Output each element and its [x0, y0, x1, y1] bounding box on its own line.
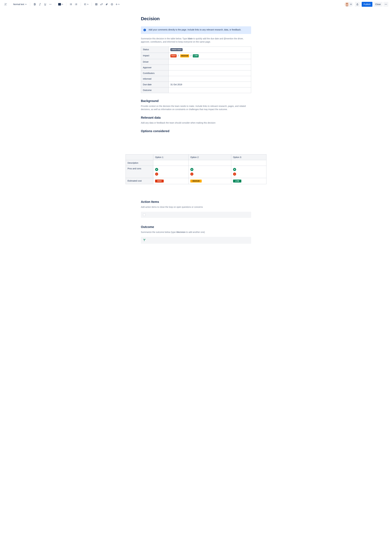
row-header-due[interactable]: Due date [141, 82, 168, 87]
table-row: Status UNDECIDED [141, 47, 251, 53]
row-header-cost[interactable]: Estimated cost [126, 178, 153, 184]
svg-text:3: 3 [75, 5, 75, 5]
col-option-1[interactable]: Option 1: [153, 154, 188, 160]
cell-due[interactable]: 31 Oct 2019 [168, 82, 251, 87]
row-header-approver[interactable]: Approver [141, 65, 168, 70]
more-actions-button[interactable] [383, 2, 388, 7]
cost-medium-lozenge[interactable]: MEDIUM [190, 180, 202, 182]
background-body[interactable]: Provide context on the decision the team… [141, 105, 251, 111]
row-header-informed[interactable]: Informed [141, 76, 168, 82]
align-left-icon [84, 3, 86, 5]
cell-outcome[interactable] [168, 87, 251, 93]
cell-desc-1[interactable] [153, 160, 188, 166]
table-button[interactable] [94, 2, 99, 7]
insert-button[interactable] [115, 2, 121, 7]
cost-high-lozenge[interactable]: HIGH [155, 180, 164, 182]
row-header-pros-cons[interactable]: Pros and cons [126, 166, 153, 178]
info-panel-text: Add your comments directly to the page. … [149, 28, 241, 31]
cost-low-lozenge[interactable]: LOW [233, 180, 241, 182]
add-collaborator-button[interactable] [349, 2, 353, 6]
emoji-button[interactable] [109, 2, 114, 7]
avatar[interactable] [345, 2, 349, 6]
cell-contributors[interactable] [168, 70, 251, 76]
alignment-button[interactable] [83, 2, 89, 7]
summary-table[interactable]: Status UNDECIDED Impact HIGH / MEDIUM / … [141, 46, 251, 93]
cell-desc-2[interactable] [188, 160, 231, 166]
impact-medium-lozenge[interactable]: MEDIUM [180, 54, 189, 57]
svg-point-3 [70, 4, 70, 4]
bold-button[interactable] [32, 2, 37, 7]
task-checkbox[interactable] [143, 214, 145, 216]
cell-status[interactable]: UNDECIDED [168, 47, 251, 53]
cell-desc-3[interactable] [231, 160, 266, 166]
more-formatting-button[interactable] [48, 2, 53, 7]
heading-action-items[interactable]: Action Items [141, 200, 251, 204]
chevron-up-icon [25, 4, 27, 5]
impact-high-lozenge[interactable]: HIGH [170, 54, 177, 57]
minus-icon [155, 172, 158, 176]
cell-pc-3[interactable] [231, 166, 266, 178]
action-item-row[interactable] [141, 212, 251, 218]
numbered-list-button[interactable]: 123 [74, 2, 79, 7]
cell-cost-1[interactable]: HIGH [153, 178, 188, 184]
publish-button[interactable]: Publish [362, 2, 372, 7]
cell-informed[interactable] [168, 76, 251, 82]
cell-driver[interactable] [168, 59, 251, 65]
svg-point-14 [346, 3, 348, 5]
row-header-description[interactable]: Description [126, 160, 153, 166]
cell-cost-3[interactable]: LOW [231, 178, 266, 184]
heading-relevant-data[interactable]: Relevant data [141, 116, 251, 119]
relevant-body[interactable]: Add any data or feedback the team should… [141, 121, 251, 125]
toolbar-separator [92, 2, 92, 6]
outcome-body[interactable]: Summarize the outcome below (type /decis… [141, 231, 251, 234]
info-panel[interactable]: Add your comments directly to the page. … [141, 26, 251, 34]
heading-background[interactable]: Background [141, 99, 251, 103]
text-color-button[interactable] [57, 2, 64, 7]
intro-help-text[interactable]: Summarize this decision in the table bel… [141, 37, 251, 43]
col-option-3[interactable]: Option 3: [231, 154, 266, 160]
confluence-logo-icon [4, 2, 7, 6]
restrictions-button[interactable] [355, 2, 360, 7]
svg-point-20 [145, 29, 145, 30]
close-button[interactable]: Close [373, 2, 383, 7]
bullet-list-icon [70, 3, 72, 5]
cell-pc-1[interactable] [153, 166, 188, 178]
unlock-icon [356, 3, 359, 5]
cell-approver[interactable] [168, 65, 251, 70]
row-header-driver[interactable]: Driver [141, 59, 168, 65]
svg-rect-21 [145, 30, 145, 31]
link-button[interactable] [99, 2, 104, 7]
bullet-list-button[interactable] [68, 2, 73, 7]
cell-cost-2[interactable]: MEDIUM [188, 178, 231, 184]
row-header-outcome[interactable]: Outcome [141, 87, 168, 93]
table-row: Description [126, 160, 266, 166]
attachment-button[interactable] [104, 2, 109, 7]
page-title[interactable]: Decision [141, 16, 251, 21]
cell-pc-2[interactable] [188, 166, 231, 178]
cell-impact[interactable]: HIGH / MEDIUM / LOW [168, 53, 251, 59]
col-blank[interactable] [126, 154, 153, 160]
col-option-2[interactable]: Option 2: [188, 154, 231, 160]
options-table[interactable]: Option 1: Option 2: Option 3: Descriptio… [126, 154, 266, 184]
row-header-contributors[interactable]: Contributors [141, 70, 168, 76]
table-row: Informed [141, 76, 251, 82]
table-icon [95, 3, 98, 5]
text-style-dropdown[interactable]: Normal text [12, 2, 28, 7]
plus-icon [190, 168, 193, 171]
svg-point-10 [111, 3, 113, 5]
svg-point-4 [70, 4, 70, 5]
row-header-impact[interactable]: Impact [141, 53, 168, 59]
action-body[interactable]: Add action items to close the loop on op… [141, 205, 251, 209]
heading-options[interactable]: Options considered [141, 129, 251, 133]
minus-icon [190, 172, 193, 176]
status-lozenge-undecided[interactable]: UNDECIDED [170, 48, 182, 51]
svg-point-18 [387, 4, 387, 5]
more-icon [385, 3, 387, 5]
italic-button[interactable] [37, 2, 42, 7]
svg-point-2 [51, 4, 51, 5]
row-header-status[interactable]: Status [141, 47, 168, 53]
heading-outcome[interactable]: Outcome [141, 225, 251, 229]
decision-row[interactable] [141, 237, 251, 244]
impact-low-lozenge[interactable]: LOW [193, 54, 199, 57]
underline-button[interactable] [43, 2, 48, 7]
